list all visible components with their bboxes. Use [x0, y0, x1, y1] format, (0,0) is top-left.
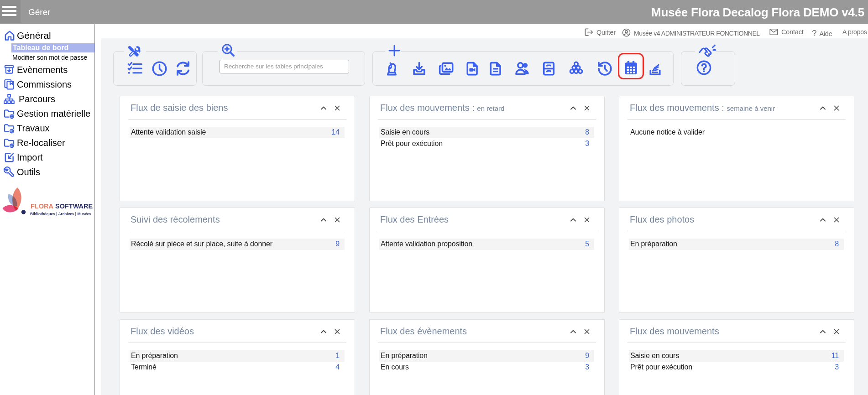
svg-text:SOFTWARE: SOFTWARE [55, 203, 93, 210]
svg-text:FLORA: FLORA [31, 203, 53, 210]
svg-text:Bibliothèques | Archives | Mus: Bibliothèques | Archives | Musées [30, 212, 91, 216]
